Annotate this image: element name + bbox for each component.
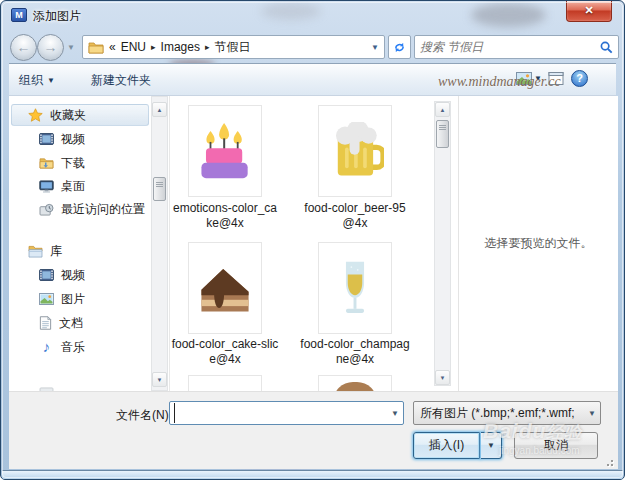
content-area: 收藏夹 视频 下载 (9, 96, 618, 391)
star-icon (28, 108, 43, 122)
sidebar-group-label: 收藏夹 (50, 107, 86, 124)
preview-pane: 选择要预览的文件。 (458, 96, 618, 391)
sidebar-group-label: 库 (50, 243, 62, 260)
file-tile-partial[interactable] (318, 375, 392, 391)
sidebar-item-pictures[interactable]: 图片 (39, 290, 85, 308)
close-button[interactable]: ✕ (566, 1, 612, 22)
film-icon (39, 269, 54, 281)
file-tile-cake[interactable] (188, 105, 262, 197)
sidebar-group-libraries[interactable]: 库 (28, 242, 62, 260)
sidebar-item-desktop[interactable]: 桌面 (39, 177, 85, 195)
scrollbar-thumb[interactable] (153, 177, 166, 201)
sidebar-group-favorites[interactable]: 收藏夹 (28, 106, 86, 124)
chevron-down-icon[interactable]: ▼ (387, 409, 403, 418)
refresh-icon (393, 41, 406, 54)
folder-icon (88, 41, 104, 54)
chevron-right-icon: ▸ (205, 42, 210, 52)
picture-icon (39, 293, 54, 305)
libraries-icon (28, 245, 43, 258)
recent-places-icon (39, 203, 54, 216)
preview-pane-icon[interactable] (548, 71, 565, 86)
scroll-down-button[interactable]: ▼ (435, 370, 450, 385)
help-icon[interactable]: ? (571, 70, 588, 87)
sidebar-item-documents[interactable]: 文档 (39, 314, 83, 332)
document-icon (39, 316, 52, 330)
add-image-dialog: M 添加图片 ✕ ← → ▼ « ENU ▸ Images ▸ 节假日 ▼ (0, 0, 625, 480)
file-name[interactable]: food-color_beer-95@4x (300, 201, 410, 231)
refresh-button[interactable] (388, 35, 411, 59)
breadcrumb[interactable]: « ENU ▸ Images ▸ 节假日 ▼ (82, 35, 385, 59)
breadcrumb-item-enu[interactable]: ENU (121, 40, 146, 54)
sidebar-scrollbar[interactable]: ▲ ▼ (151, 96, 168, 391)
sidebar-item-label: 下载 (61, 155, 85, 172)
sidebar-item-downloads[interactable]: 下载 (39, 154, 85, 172)
footer: 文件名(N): ▼ 所有图片 (*.bmp;*.emf;*.wmf; ▼ 插入(… (9, 391, 618, 469)
birthday-cake-icon (196, 122, 254, 180)
beer-mug-icon (326, 122, 384, 180)
forward-button[interactable]: → (37, 34, 64, 61)
scroll-up-button[interactable]: ▲ (435, 102, 450, 117)
breadcrumb-overflow-icon[interactable]: « (109, 40, 116, 54)
sidebar-item-label: 最近访问的位置 (61, 201, 145, 218)
cake-slice-icon (196, 259, 254, 317)
glass-blur-blob (471, 3, 546, 27)
window-title: 添加图片 (33, 8, 81, 25)
file-tile-partial[interactable] (188, 375, 262, 391)
monitor-icon (39, 180, 54, 193)
chevron-down-icon: ▼ (534, 74, 542, 83)
scrollbar-thumb[interactable] (436, 120, 449, 148)
sidebar-item-label: 文档 (59, 315, 83, 332)
filelist-scrollbar[interactable]: ▲ ▼ (434, 101, 451, 386)
scroll-down-button[interactable]: ▼ (152, 372, 167, 387)
glass-blur-blob (261, 2, 321, 20)
search-box[interactable] (414, 35, 619, 59)
resize-grip[interactable] (603, 456, 613, 466)
file-name[interactable]: emoticons-color_cake@4x (170, 201, 280, 231)
views-button[interactable]: ▼ (516, 72, 542, 85)
sidebar-item-label: 视频 (61, 267, 85, 284)
champagne-glass-icon (326, 259, 384, 317)
file-name[interactable]: food-color_cake-slice@4x (170, 337, 280, 367)
downloads-folder-icon (39, 157, 54, 169)
search-icon[interactable] (600, 41, 613, 54)
history-dropdown-icon[interactable]: ▼ (67, 43, 75, 52)
sidebar-item-label: 图片 (61, 291, 85, 308)
window-bottom-border (2, 470, 623, 479)
sidebar-item-recent-places[interactable]: 最近访问的位置 (39, 200, 145, 218)
sidebar-item-label: 视频 (61, 131, 85, 148)
breadcrumb-item-images[interactable]: Images (161, 40, 200, 54)
breadcrumb-item-holiday[interactable]: 节假日 (214, 39, 250, 56)
sidebar-item-label: 音乐 (61, 339, 85, 356)
organize-label: 组织 (19, 72, 43, 89)
sidebar-item-music[interactable]: ♪ 音乐 (39, 338, 85, 356)
insert-button[interactable]: 插入(I) (413, 432, 480, 459)
search-input[interactable] (420, 40, 600, 54)
chevron-right-icon: ▸ (151, 42, 156, 52)
file-tile-champagne[interactable] (318, 242, 392, 334)
new-folder-button[interactable]: 新建文件夹 (91, 72, 151, 89)
app-icon: M (11, 8, 27, 22)
chevron-down-icon: ▼ (47, 76, 55, 85)
filetype-value: 所有图片 (*.bmp;*.emf;*.wmf; (420, 405, 584, 422)
file-name[interactable]: food-color_champagne@4x (300, 337, 410, 367)
filename-combo[interactable]: ▼ (169, 401, 404, 425)
file-tile-cake-slice[interactable] (188, 242, 262, 334)
preview-empty-text: 选择要预览的文件。 (485, 235, 593, 252)
film-icon (39, 133, 54, 145)
sidebar-item-partial[interactable] (39, 384, 54, 391)
back-button[interactable]: ← (10, 34, 37, 61)
cancel-button[interactable]: 取消 (514, 432, 598, 459)
breadcrumb-dropdown-icon[interactable]: ▼ (371, 43, 379, 52)
sidebar-item-label: 桌面 (61, 178, 85, 195)
organize-button[interactable]: 组织 ▼ (19, 72, 55, 89)
sidebar-item-videos-library[interactable]: 视频 (39, 266, 85, 284)
partial-icon (333, 382, 377, 391)
chevron-down-icon[interactable]: ▼ (584, 409, 600, 418)
filename-input[interactable] (174, 403, 387, 423)
scroll-up-button[interactable]: ▲ (152, 102, 167, 117)
filetype-combo[interactable]: 所有图片 (*.bmp;*.emf;*.wmf; ▼ (413, 401, 601, 425)
file-tile-beer[interactable] (318, 105, 392, 197)
views-icon (516, 72, 532, 85)
sidebar-item-videos[interactable]: 视频 (39, 130, 85, 148)
insert-dropdown-button[interactable]: ▼ (481, 432, 502, 459)
